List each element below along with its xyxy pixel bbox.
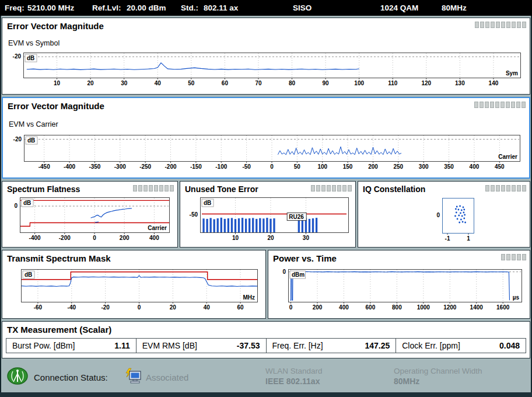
svg-text:0: 0 — [436, 212, 440, 218]
svg-text:-450: -450 — [38, 163, 50, 170]
svg-text:Carrier: Carrier — [148, 225, 167, 231]
svg-text:200: 200 — [368, 163, 378, 170]
svg-text:dBm: dBm — [292, 271, 304, 278]
svg-text:350: 350 — [444, 163, 454, 170]
panel-title: IQ Constellation — [363, 184, 425, 194]
evm-vs-symbol-chart: 102030405060708090100110120130140-20dBSy… — [5, 51, 526, 88]
svg-text:RU26: RU26 — [289, 214, 304, 220]
panel-transmit-spectrum-mask[interactable]: Transmit Spectrum Mask -60-40-200204060d… — [2, 250, 266, 319]
unused-tone-error-chart: 102030-50dBRU26 — [183, 196, 353, 242]
clock-error-label: Clock Err. [ppm] — [402, 341, 460, 350]
svg-text:10: 10 — [54, 80, 61, 86]
svg-text:0: 0 — [93, 235, 96, 241]
svg-text:110: 110 — [388, 80, 398, 86]
panel-unused-tone-error[interactable]: Unused Tone Error 102030-50dBRU26 — [180, 181, 356, 248]
connection-status-label: Connection Status: — [34, 372, 108, 382]
panel-spectrum-flatness[interactable]: Spectrum Flatness -400-20002004000dBCarr… — [2, 181, 178, 248]
svg-text:800: 800 — [392, 304, 402, 311]
svg-text:Sym: Sym — [506, 70, 518, 76]
svg-text:dB: dB — [23, 200, 31, 206]
panel-handle-squares — [133, 185, 174, 191]
svg-text:600: 600 — [366, 304, 376, 311]
bandwidth: 80MHz — [442, 4, 467, 12]
svg-text:1200: 1200 — [443, 304, 457, 311]
panel-handle-squares — [311, 185, 352, 191]
svg-text:150: 150 — [343, 163, 353, 170]
panel-title: Power vs. Time — [273, 253, 337, 263]
svg-text:-40: -40 — [68, 304, 76, 311]
panel-evm-vs-carrier[interactable]: Error Vector Magnitude EVM vs Carrier -4… — [2, 97, 530, 179]
modulation: 1024 QAM — [380, 4, 418, 12]
svg-text:-400: -400 — [64, 163, 75, 170]
wlan-analyzer-screen: Freq: 5210.00 MHz Ref.Lvl: 20.00 dBm Std… — [0, 0, 532, 397]
svg-text:1000: 1000 — [417, 304, 430, 311]
svg-text:20: 20 — [88, 80, 94, 86]
panel-evm-vs-symbol[interactable]: Error Vector Magnitude EVM vs Symbol 102… — [2, 18, 530, 95]
svg-text:80: 80 — [289, 80, 296, 86]
panel-title: Error Vector Magnitude — [8, 101, 104, 111]
freq-error-cell: Freq. Err. [Hz] 147.25 — [267, 339, 397, 353]
svg-text:300: 300 — [419, 163, 429, 170]
svg-text:60: 60 — [237, 304, 244, 311]
svg-text:50: 50 — [294, 163, 301, 170]
panel-subtitle: EVM vs Carrier — [9, 120, 58, 128]
svg-text:250: 250 — [393, 163, 403, 170]
spectrum-flatness-chart: -400-20002004000dBCarrier — [5, 196, 175, 242]
evm-rms-cell: EVM RMS [dB] -37.53 — [136, 339, 267, 353]
svg-text:-200: -200 — [165, 163, 177, 170]
panel-title: Error Vector Magnitude — [7, 21, 104, 31]
svg-text:Carrier: Carrier — [498, 154, 517, 160]
panel-title: TX Measurement (Scalar) — [7, 325, 111, 335]
svg-text:dB: dB — [24, 271, 32, 278]
svg-text:140: 140 — [489, 80, 499, 86]
standard-label: Std.: — [181, 4, 198, 12]
svg-text:-50: -50 — [190, 211, 198, 218]
burst-power-label: Burst Pow. [dBm] — [12, 341, 75, 350]
freq-error-label: Freq. Err. [Hz] — [272, 341, 323, 350]
standard-value: 802.11 ax — [204, 4, 238, 12]
svg-text:0: 0 — [282, 269, 286, 275]
svg-text:70: 70 — [255, 80, 262, 86]
svg-text:60: 60 — [222, 80, 229, 86]
clock-error-cell: Clock Err. [ppm] 0.048 — [396, 339, 526, 353]
freq-label: Freq: — [5, 4, 24, 12]
svg-text:400: 400 — [470, 163, 480, 170]
svg-text:-20: -20 — [13, 136, 22, 142]
svg-text:-60: -60 — [34, 304, 43, 311]
freq-error-value: 147.25 — [365, 341, 390, 350]
svg-text:1400: 1400 — [470, 304, 484, 311]
svg-text:50: 50 — [188, 80, 195, 86]
ref-level-value: 20.00 dBm — [127, 4, 166, 12]
burst-power-cell: Burst Pow. [dBm] 1.11 — [6, 339, 136, 353]
scalar-results-row: Burst Pow. [dBm] 1.11 EVM RMS [dB] -37.5… — [6, 338, 526, 353]
svg-text:dB: dB — [27, 55, 34, 61]
panel-subtitle: EVM vs Symbol — [8, 39, 60, 47]
panel-iq-constellation[interactable]: IQ Constellation -110 — [358, 181, 530, 248]
svg-text:400: 400 — [339, 304, 349, 311]
mimo-mode: SISO — [293, 4, 312, 12]
burst-power-value: 1.11 — [114, 341, 130, 350]
svg-text:-50: -50 — [242, 163, 251, 170]
svg-text:-400: -400 — [29, 235, 41, 241]
svg-text:200: 200 — [120, 235, 130, 241]
svg-text:450: 450 — [495, 163, 505, 170]
panel-tx-measurement-scalar[interactable]: TX Measurement (Scalar) Burst Pow. [dBm]… — [2, 321, 530, 358]
svg-text:-200: -200 — [59, 235, 71, 241]
svg-text:200: 200 — [313, 304, 323, 311]
panel-title: Spectrum Flatness — [7, 184, 80, 194]
svg-text:-1: -1 — [445, 235, 450, 242]
connection-statusbar: Connection Status: Associated WLAN Stand… — [0, 360, 532, 392]
evm-rms-label: EVM RMS [dB] — [142, 341, 197, 350]
evm-rms-value: -37.53 — [237, 341, 260, 350]
svg-text:10: 10 — [232, 235, 239, 241]
bottom-edge-strip — [0, 392, 532, 397]
freq-value: 5210.00 MHz — [27, 4, 74, 12]
svg-text:1: 1 — [467, 235, 470, 242]
channel-width-label: Operating Channel Width — [394, 367, 482, 375]
panel-power-vs-time[interactable]: Power vs. Time 0200400600800100012001400… — [268, 250, 530, 319]
svg-text:40: 40 — [204, 304, 211, 311]
iq-constellation-chart: -110 — [360, 196, 527, 242]
panel-title: Transmit Spectrum Mask — [7, 253, 111, 263]
svg-text:-20: -20 — [13, 53, 22, 60]
connection-status-value: Associated — [146, 372, 188, 382]
